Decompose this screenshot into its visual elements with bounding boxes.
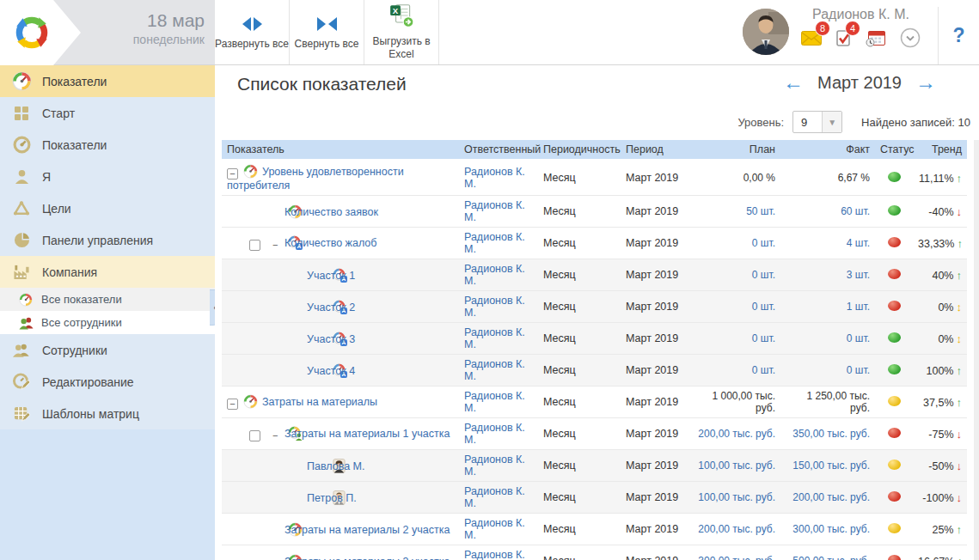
plan-value[interactable]: 0 шт.: [688, 291, 780, 323]
next-month-button[interactable]: →: [915, 72, 936, 93]
indicator-link[interactable]: Количество заявок: [285, 206, 378, 218]
owner-link[interactable]: Радионов К. М.: [464, 231, 525, 255]
table-row[interactable]: Затраты на материалы 3 участкаРадионов К…: [222, 545, 967, 560]
gauge-color-icon: [11, 71, 32, 91]
sidebar-item-sotrudniki[interactable]: Сотрудники: [0, 334, 215, 366]
table-row[interactable]: − Затраты на материалы 1 участкаРадионов…: [222, 418, 967, 450]
row-expander[interactable]: −: [249, 430, 260, 441]
sidebar-item-paneli-upravleniya[interactable]: Панели управления: [0, 224, 215, 256]
person-icon: [11, 168, 32, 185]
table-row[interactable]: Затраты на материалы 2 участкаРадионов К…: [222, 514, 967, 545]
fact-value[interactable]: 350,00 тыс. руб.: [780, 418, 875, 450]
owner-link[interactable]: Радионов К. М.: [464, 326, 525, 350]
owner-link[interactable]: Радионов К. М.: [464, 390, 525, 414]
owner-link[interactable]: Радионов К. М.: [464, 422, 525, 446]
trend-cell: 40%↑: [913, 259, 967, 291]
table-row[interactable]: − AКоличество жалобРадионов К. М.МесяцМа…: [222, 228, 967, 259]
notification-icons: 8 4: [801, 27, 921, 48]
sidebar-item-tseli[interactable]: Цели: [0, 192, 215, 224]
sidebar-item-label: Цели: [42, 202, 71, 216]
fact-value[interactable]: 300,00 тыс. руб.: [780, 514, 875, 545]
fact-value[interactable]: 0 шт.: [780, 355, 875, 387]
tasks-button[interactable]: 4: [835, 27, 852, 48]
status-cell: [875, 160, 913, 196]
fact-value[interactable]: 60 шт.: [780, 196, 875, 228]
fact-value[interactable]: 3 шт.: [780, 259, 875, 291]
indicator-link[interactable]: Количество жалоб: [285, 237, 376, 249]
fact-value[interactable]: 200,00 тыс. руб.: [780, 482, 875, 514]
plan-value[interactable]: 50 шт.: [688, 196, 780, 228]
owner-link[interactable]: Радионов К. М.: [464, 199, 525, 223]
sidebar-item-ya[interactable]: Я: [0, 161, 215, 192]
help-button[interactable]: ?: [952, 24, 964, 47]
plan-value[interactable]: 0 шт.: [688, 323, 780, 355]
fact-value[interactable]: 500,00 тыс. руб.: [780, 545, 875, 560]
indicator-link[interactable]: Петров П.: [307, 492, 357, 504]
table-row[interactable]: AУчасток 4Радионов К. М.МесяцМарт 20190 …: [222, 355, 967, 387]
user-name[interactable]: Радионов К. М.: [812, 7, 909, 22]
sidebar-item-shablony-matrits[interactable]: Шаблоны матриц: [0, 398, 215, 429]
owner-link[interactable]: Радионов К. М.: [464, 295, 525, 319]
prev-month-button[interactable]: ←: [783, 72, 804, 93]
trend-up-icon: ↑: [957, 364, 963, 377]
fact-value[interactable]: 150,00 тыс. руб.: [780, 450, 875, 482]
plan-value[interactable]: 100,00 тыс. руб.: [688, 482, 780, 514]
indicator-link[interactable]: Затраты на материалы 2 участка: [285, 524, 450, 536]
owner-link[interactable]: Радионов К. М.: [464, 485, 525, 509]
table-row[interactable]: AУчасток 2Радионов К. М.МесяцМарт 20190 …: [222, 291, 967, 323]
plan-value[interactable]: 200,00 тыс. руб.: [688, 418, 780, 450]
sidebar-item-vse-sotrudniki[interactable]: Все сотрудники: [0, 311, 215, 334]
sidebar-item-pokazateli[interactable]: Показатели: [0, 129, 215, 161]
indicator-link[interactable]: Павлова М.: [307, 460, 365, 472]
fact-value[interactable]: 1 шт.: [780, 291, 875, 323]
level-select[interactable]: 9 ▼: [792, 111, 842, 133]
table-row[interactable]: Павлова М.Радионов К. М.МесяцМарт 201910…: [222, 450, 967, 482]
plan-value[interactable]: 0 шт.: [688, 259, 780, 291]
sidebar-item-kompaniya[interactable]: Компания: [0, 256, 215, 288]
owner-link[interactable]: Радионов К. М.: [464, 358, 525, 382]
user-menu-button[interactable]: [900, 27, 921, 48]
table-row[interactable]: Петров П.Радионов К. М.МесяцМарт 2019100…: [222, 482, 967, 514]
owner-link[interactable]: Радионов К. М.: [464, 517, 525, 541]
user-avatar[interactable]: [743, 9, 789, 55]
plan-value[interactable]: 200,00 тыс. руб.: [688, 514, 780, 545]
owner-link[interactable]: Радионов К. М.: [464, 549, 525, 560]
indicator-link[interactable]: Участок 2: [307, 301, 355, 313]
plan-value[interactable]: 0 шт.: [688, 228, 780, 259]
status-cell: [875, 228, 913, 259]
sidebar-item-redaktirovanie[interactable]: Редактирование: [0, 366, 215, 398]
owner-link[interactable]: Радионов К. М.: [464, 453, 525, 478]
indicator-link[interactable]: Затраты на материалы: [262, 396, 377, 408]
sidebar-item-start[interactable]: Старт: [0, 97, 215, 129]
cycle-logo-icon: [12, 13, 52, 52]
plan-value[interactable]: 100,00 тыс. руб.: [688, 450, 780, 482]
app-logo[interactable]: [0, 0, 81, 65]
row-expander[interactable]: −: [249, 240, 260, 251]
owner-link[interactable]: Радионов К. М.: [464, 166, 525, 190]
row-expander[interactable]: −: [227, 168, 238, 180]
sidebar-item-pokazateli-active[interactable]: Показатели: [0, 65, 215, 97]
collapse-all-button[interactable]: Свернуть все: [290, 0, 364, 64]
row-expander[interactable]: −: [227, 399, 238, 410]
fact-value[interactable]: 0 шт.: [780, 323, 875, 355]
table-row[interactable]: AУчасток 1Радионов К. М.МесяцМарт 20190 …: [222, 259, 967, 291]
table-row[interactable]: − Затраты на материалыРадионов К. М.Меся…: [222, 387, 967, 418]
mail-button[interactable]: 8: [801, 27, 822, 48]
plan-value[interactable]: 0 шт.: [688, 355, 780, 387]
owner-link[interactable]: Радионов К. М.: [464, 263, 525, 287]
indicator-link[interactable]: Участок 4: [307, 365, 355, 377]
gauge-color-sm-icon: [18, 293, 34, 307]
calendar-button[interactable]: [866, 27, 886, 48]
indicator-link[interactable]: Затраты на материалы 1 участка: [285, 428, 450, 440]
indicator-link[interactable]: Затраты на материалы 3 участка: [285, 556, 450, 560]
indicator-link[interactable]: Участок 1: [307, 270, 355, 282]
table-row[interactable]: Количество заявокРадионов К. М.МесяцМарт…: [222, 196, 967, 228]
table-row[interactable]: − Уровень удовлетворенности потребителяР…: [222, 160, 967, 196]
expand-all-button[interactable]: Развернуть все: [215, 0, 290, 64]
indicator-link[interactable]: Участок 3: [307, 333, 355, 345]
table-row[interactable]: AУчасток 3Радионов К. М.МесяцМарт 20190 …: [222, 323, 967, 355]
fact-value[interactable]: 4 шт.: [780, 228, 875, 259]
export-excel-button[interactable]: X Выгрузить в Excel: [364, 0, 439, 64]
sidebar-item-vse-pokazateli[interactable]: Все показатели: [0, 288, 215, 311]
plan-value[interactable]: 300,00 тыс. руб.: [688, 545, 780, 560]
